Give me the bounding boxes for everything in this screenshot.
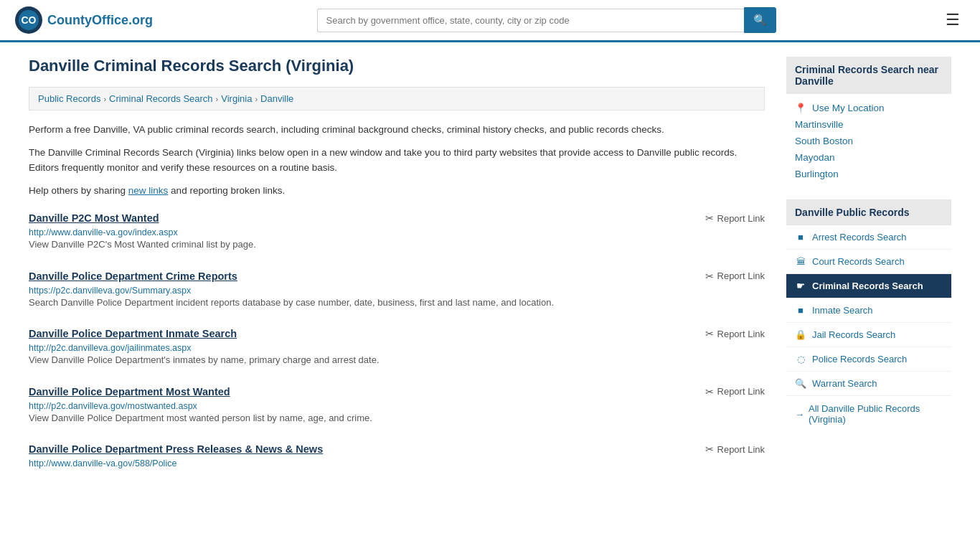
breadcrumb-public-records[interactable]: Public Records	[38, 93, 100, 104]
search-input[interactable]	[317, 9, 744, 32]
all-records-link[interactable]: → All Danville Public Records (Virginia)	[795, 403, 943, 425]
record-title[interactable]: Danville Police Department Inmate Search	[29, 328, 237, 339]
logo-icon: CO	[14, 6, 43, 34]
report-link[interactable]: ✂ Report Link	[705, 328, 765, 339]
public-records-title: Danville Public Records	[786, 199, 951, 225]
svg-text:CO: CO	[22, 14, 37, 26]
new-links-link[interactable]: new links	[128, 185, 169, 196]
warrant-icon: 🔍	[795, 378, 806, 389]
record-desc: View Danville Police Department most wan…	[29, 411, 765, 425]
record-url[interactable]: https://p2c.danvilleva.gov/Summary.aspx	[29, 286, 191, 296]
record-desc: View Danville Police Department's inmate…	[29, 353, 765, 367]
record-title[interactable]: Danville Police Department Most Wanted	[29, 386, 230, 397]
description-3: Help others by sharing new links and rep…	[29, 183, 765, 199]
description-1: Perform a free Danville, VA public crimi…	[29, 122, 765, 138]
nearby-city-item: Mayodan	[786, 149, 951, 166]
nearby-city-link-martinsville[interactable]: Martinsville	[795, 119, 844, 130]
public-records-item: ◌ Police Records Search	[786, 347, 951, 372]
search-button[interactable]: 🔍	[744, 7, 776, 33]
police-icon: ◌	[795, 354, 806, 364]
report-link[interactable]: ✂ Report Link	[705, 270, 765, 282]
arrow-right-icon: →	[795, 409, 804, 420]
nearby-city-link-mayodan[interactable]: Mayodan	[795, 152, 835, 163]
nearby-list: 📍 Use My Location Martinsville South Bos…	[786, 94, 951, 188]
police-records-link[interactable]: ◌ Police Records Search	[786, 347, 951, 371]
record-desc: Search Danville Police Department incide…	[29, 296, 765, 310]
content-area: Danville Criminal Records Search (Virgin…	[29, 57, 765, 487]
breadcrumb-danville[interactable]: Danville	[260, 93, 293, 104]
record-item: Danville Police Department Press Release…	[29, 443, 765, 471]
jail-records-link[interactable]: 🔒 Jail Records Search	[786, 323, 951, 347]
jail-icon: 🔒	[795, 329, 806, 340]
public-records-item: 🔍 Warrant Search	[786, 372, 951, 396]
header: CO CountyOffice.org 🔍 ☰	[0, 0, 980, 42]
public-records-list: ■ Arrest Records Search 🏛 Court Records …	[786, 225, 951, 396]
criminal-records-link[interactable]: ☛ Criminal Records Search	[786, 274, 951, 298]
logo-text: CountyOffice.org	[47, 13, 153, 28]
public-records-item: 🔒 Jail Records Search	[786, 323, 951, 347]
breadcrumb: Public Records › Criminal Records Search…	[29, 87, 765, 110]
record-item: Danville Police Department Most Wanted ✂…	[29, 386, 765, 428]
record-title[interactable]: Danville Police Department Crime Reports	[29, 270, 237, 282]
court-records-link[interactable]: 🏛 Court Records Search	[786, 250, 951, 273]
scissors-icon: ✂	[705, 443, 714, 455]
record-title[interactable]: Danville P2C Most Wanted	[29, 212, 159, 224]
records-list: Danville P2C Most Wanted ✂ Report Link h…	[29, 212, 765, 471]
public-records-item: 🏛 Court Records Search	[786, 250, 951, 274]
record-url[interactable]: http://p2c.danvilleva.gov/mostwanted.asp…	[29, 401, 197, 411]
page-title: Danville Criminal Records Search (Virgin…	[29, 57, 765, 75]
nearby-city-item: Martinsville	[786, 116, 951, 133]
public-records-section: Danville Public Records ■ Arrest Records…	[786, 199, 951, 432]
court-icon: 🏛	[795, 256, 806, 267]
record-title[interactable]: Danville Police Department Press Release…	[29, 443, 323, 455]
sidebar: Criminal Records Search near Danville 📍 …	[786, 57, 951, 487]
scissors-icon: ✂	[705, 386, 714, 397]
criminal-icon: ☛	[795, 281, 806, 291]
record-url[interactable]: http://www.danville-va.gov/index.aspx	[29, 227, 178, 237]
scissors-icon: ✂	[705, 212, 714, 224]
nearby-section-title: Criminal Records Search near Danville	[786, 57, 951, 94]
search-bar-area: 🔍	[317, 7, 776, 33]
nearby-city-link-burlington[interactable]: Burlington	[795, 169, 839, 179]
public-records-item-active: ☛ Criminal Records Search	[786, 274, 951, 298]
record-url[interactable]: http://www.danville-va.gov/588/Police	[29, 458, 176, 468]
use-my-location-item: 📍 Use My Location	[786, 100, 951, 116]
record-url[interactable]: http://p2c.danvilleva.gov/jailinmates.as…	[29, 343, 192, 353]
nearby-city-item: Burlington	[786, 166, 951, 182]
scissors-icon: ✂	[705, 270, 714, 282]
record-desc: View Danville P2C's Most Wanted criminal…	[29, 237, 765, 252]
main-container: Danville Criminal Records Search (Virgin…	[0, 42, 980, 501]
report-link[interactable]: ✂ Report Link	[705, 212, 765, 224]
description-2: The Danville Criminal Records Search (Vi…	[29, 145, 765, 176]
record-item: Danville Police Department Inmate Search…	[29, 328, 765, 370]
record-item: Danville Police Department Crime Reports…	[29, 270, 765, 313]
location-pin-icon: 📍	[795, 103, 806, 113]
report-link[interactable]: ✂ Report Link	[705, 443, 765, 455]
public-records-item: ■ Arrest Records Search	[786, 225, 951, 250]
nearby-city-item: South Boston	[786, 133, 951, 149]
record-item: Danville P2C Most Wanted ✂ Report Link h…	[29, 212, 765, 255]
inmate-search-link[interactable]: ■ Inmate Search	[786, 298, 951, 322]
public-records-item: ■ Inmate Search	[786, 298, 951, 323]
hamburger-menu-button[interactable]: ☰	[940, 8, 966, 32]
breadcrumb-criminal-records[interactable]: Criminal Records Search	[109, 93, 213, 104]
use-my-location-link[interactable]: Use My Location	[812, 103, 885, 113]
nearby-city-link-south-boston[interactable]: South Boston	[795, 136, 853, 146]
arrest-records-link[interactable]: ■ Arrest Records Search	[786, 225, 951, 249]
report-link[interactable]: ✂ Report Link	[705, 386, 765, 397]
scissors-icon: ✂	[705, 328, 714, 339]
all-records-container: → All Danville Public Records (Virginia)	[786, 396, 951, 432]
breadcrumb-virginia[interactable]: Virginia	[221, 93, 252, 104]
logo-area: CO CountyOffice.org	[14, 6, 153, 34]
arrest-icon: ■	[795, 232, 806, 242]
inmate-icon: ■	[795, 305, 806, 316]
warrant-search-link[interactable]: 🔍 Warrant Search	[786, 372, 951, 395]
